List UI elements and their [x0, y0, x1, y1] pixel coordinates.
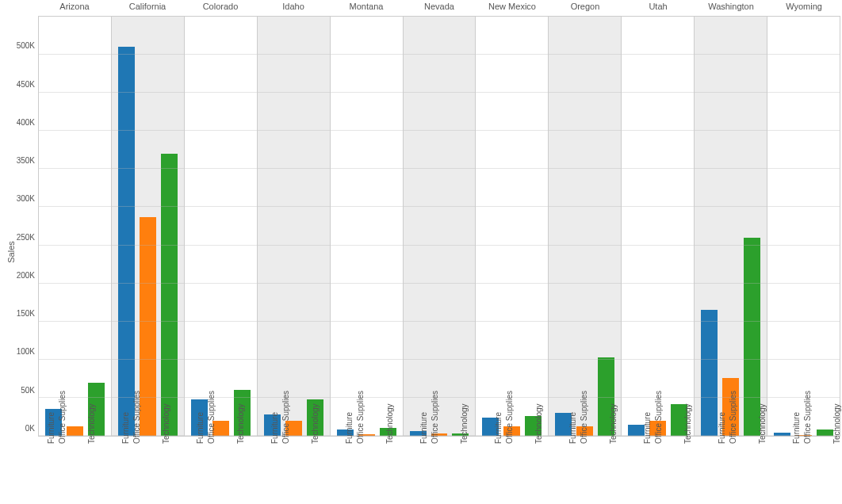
bar-office-supplies[interactable] [140, 217, 156, 436]
x-category-label: Office Supplies [588, 437, 606, 504]
plot-area [38, 16, 840, 437]
x-category-label: Office Supplies [141, 437, 159, 504]
facet-header: Idaho [257, 2, 330, 14]
facet-header: California [111, 2, 184, 14]
x-category-label: Office Supplies [67, 437, 84, 504]
x-category-label: Technology [685, 437, 702, 504]
y-axis-ticks: 0K50K100K150K200K250K300K350K400K450K500… [13, 16, 36, 437]
y-tick-label: 500K [17, 41, 35, 50]
x-label-group: FurnitureOffice SuppliesTechnology [38, 437, 113, 504]
x-category-label: Furniture [492, 437, 509, 504]
facet-panel-nevada [404, 17, 476, 436]
facet-header: Washington [695, 2, 767, 14]
y-tick-label: 350K [17, 156, 35, 165]
x-category-label: Office Supplies [812, 437, 829, 504]
facet-header: Oregon [549, 2, 622, 14]
facet-panel-washington [695, 17, 767, 436]
x-label-group: FurnitureOffice SuppliesTechnology [783, 437, 842, 504]
x-category-label: Furniture [343, 437, 360, 504]
facet-header: Nevada [403, 2, 476, 14]
facet-header: Colorado [184, 2, 257, 14]
x-category-label: Office Supplies [514, 437, 531, 504]
x-category-label: Furniture [566, 437, 584, 504]
y-tick-label: 250K [17, 232, 35, 241]
x-category-label: Technology [760, 437, 777, 504]
x-label-group: FurnitureOffice SuppliesTechnology [187, 437, 262, 504]
x-label-group: FurnitureOffice SuppliesTechnology [634, 437, 709, 504]
facet-header: Montana [330, 2, 403, 14]
x-label-group: FurnitureOffice SuppliesTechnology [709, 437, 783, 504]
x-category-label: Furniture [268, 437, 285, 504]
x-category-label: Technology [536, 437, 553, 504]
facet-panel-colorado [185, 17, 258, 436]
x-category-label: Technology [610, 437, 628, 504]
y-tick-label: 400K [17, 117, 35, 126]
x-label-group: FurnitureOffice SuppliesTechnology [336, 437, 411, 504]
facet-header: Arizona [38, 2, 111, 14]
x-category-label: Office Supplies [365, 437, 382, 504]
x-category-label: Furniture [119, 437, 136, 504]
x-category-label: Technology [312, 437, 330, 504]
x-category-label: Furniture [44, 437, 62, 504]
x-category-label: Technology [834, 437, 842, 504]
x-category-label: Furniture [417, 437, 434, 504]
facet-panel-idaho [258, 17, 331, 436]
facet-header: New Mexico [476, 2, 549, 14]
x-category-label: Office Supplies [439, 437, 457, 504]
y-tick-label: 450K [17, 79, 35, 88]
x-category-label: Technology [163, 437, 181, 504]
y-tick-label: 0K [25, 424, 35, 433]
x-category-label: Office Supplies [663, 437, 680, 504]
bar-furniture[interactable] [118, 47, 135, 436]
facet-panel-new-mexico [476, 17, 549, 436]
facet-panel-oregon [549, 17, 622, 436]
x-category-label: Technology [387, 437, 404, 504]
bar-furniture[interactable] [701, 310, 718, 436]
x-label-group: FurnitureOffice SuppliesTechnology [113, 437, 187, 504]
facet-headers: ArizonaCaliforniaColoradoIdahoMontanaNev… [38, 2, 840, 14]
x-axis-labels: FurnitureOffice SuppliesTechnologyFurnit… [38, 437, 840, 504]
y-tick-label: 300K [17, 194, 35, 203]
x-category-label: Furniture [790, 437, 807, 504]
facet-panel-montana [331, 17, 404, 436]
x-label-group: FurnitureOffice SuppliesTechnology [411, 437, 485, 504]
x-category-label: Office Supplies [216, 437, 233, 504]
y-tick-label: 200K [17, 270, 35, 279]
y-tick-label: 150K [17, 309, 35, 318]
x-label-group: FurnitureOffice SuppliesTechnology [560, 437, 634, 504]
x-label-group: FurnitureOffice SuppliesTechnology [485, 437, 560, 504]
y-tick-label: 50K [21, 385, 35, 394]
x-category-label: Office Supplies [290, 437, 308, 504]
y-tick-label: 100K [17, 347, 35, 356]
facet-header: Wyoming [767, 2, 840, 14]
x-label-group: FurnitureOffice SuppliesTechnology [262, 437, 336, 504]
facet-header: Utah [622, 2, 695, 14]
bar-technology[interactable] [161, 154, 178, 436]
x-category-label: Technology [89, 437, 106, 504]
facet-panel-wyoming [767, 17, 840, 436]
x-category-label: Technology [461, 437, 479, 504]
x-category-label: Furniture [193, 437, 211, 504]
facet-panel-arizona [39, 17, 112, 436]
x-category-label: Office Supplies [737, 437, 755, 504]
x-category-label: Furniture [641, 437, 658, 504]
facet-panel-california [112, 17, 185, 436]
x-category-label: Furniture [715, 437, 733, 504]
chart-container: Sales 0K50K100K150K200K250K300K350K400K4… [0, 0, 842, 504]
x-category-label: Technology [238, 437, 255, 504]
facet-panel-utah [622, 17, 695, 436]
